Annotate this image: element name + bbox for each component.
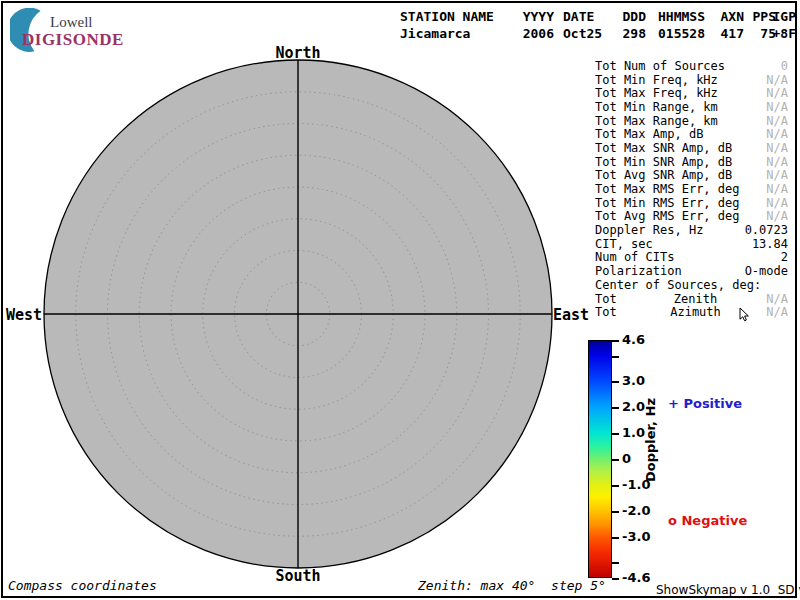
header-label-hhmmss: HHMMSS (658, 9, 708, 24)
colorbar-tick-label: -4.6 (622, 570, 650, 585)
stat-row: Num of CITs2 (595, 251, 788, 265)
stat-value: N/A (766, 209, 788, 223)
stat-value: 2 (781, 250, 788, 264)
stat-label: Center of Sources, deg: (595, 278, 761, 292)
logo-digisonde-text: DIGISONDE (22, 30, 124, 50)
stat-label: Tot (595, 305, 617, 319)
header-value-station: Jicamarca (400, 26, 510, 41)
stat-label: Tot Min Range, km (595, 100, 718, 114)
stat-value: N/A (766, 182, 788, 196)
header-value-hhmmss: 015528 (658, 26, 708, 41)
colorbar-tick (612, 511, 619, 513)
stat-value: N/A (766, 292, 788, 306)
colorbar-tick-label: 0 (622, 451, 631, 466)
stat-value: N/A (766, 305, 788, 319)
stat-value: 0 (781, 59, 788, 73)
stat-label: Tot Num of Sources (595, 59, 725, 73)
colorbar-tick (612, 356, 619, 358)
footer-zenith-range-label: Zenith: max 40° step 5° (418, 578, 606, 593)
stat-row: Tot Min Freq, kHzN/A (595, 73, 788, 87)
stat-value: N/A (766, 127, 788, 141)
stat-row: Tot Max Amp, dBN/A (595, 127, 788, 141)
stat-row: Center of Sources, deg: (595, 278, 788, 292)
stat-value: N/A (766, 114, 788, 128)
stat-label: Tot Avg RMS Err, deg (595, 209, 740, 223)
compass-label-south: South (275, 567, 320, 585)
header-value-axn: 417 (714, 26, 744, 41)
header-label-date: DATE (563, 9, 613, 24)
stat-row: Tot Min SNR Amp, dBN/A (595, 155, 788, 169)
stat-value: 13.84 (752, 237, 788, 251)
stat-value: N/A (766, 196, 788, 210)
stat-mid-label: Azimuth (648, 305, 743, 319)
colorbar-title: Doppler, Hz (643, 398, 658, 482)
colorbar-tick (612, 562, 619, 564)
showskymap-window: Lowell DIGISONDE STATION NAME YYYY DATE … (0, 0, 800, 600)
header-label-axn: AXN (714, 9, 744, 24)
colorbar-tick (612, 578, 619, 580)
colorbar-tick-label: -2.0 (622, 502, 650, 517)
stat-label: Tot Min RMS Err, deg (595, 196, 740, 210)
header-value-date: Oct25 (563, 26, 613, 41)
header-label-yyyy: YYYY (514, 9, 554, 24)
stat-row: Tot Avg SNR Amp, dBN/A (595, 169, 788, 183)
stat-label: Num of CITs (595, 250, 674, 264)
legend-positive: + Positive (668, 396, 742, 411)
stat-row: Tot Max SNR Amp, dBN/A (595, 141, 788, 155)
stat-label: Tot Min Freq, kHz (595, 73, 718, 87)
stat-row: Tot Max RMS Err, degN/A (595, 182, 788, 196)
stat-value: 0.0723 (745, 223, 788, 237)
header-value-yyyy: 2006 (514, 26, 554, 41)
stat-row: Tot Min RMS Err, degN/A (595, 196, 788, 210)
header-value-ddd: 298 (616, 26, 646, 41)
stat-row: Doppler Res, Hz0.0723 (595, 223, 788, 237)
colorbar-tick (612, 485, 619, 487)
compass-label-east: East (553, 306, 589, 324)
stat-value: N/A (766, 86, 788, 100)
cursor-icon (739, 308, 751, 323)
stat-label: Polarization (595, 264, 682, 278)
lowell-digisonde-logo: Lowell DIGISONDE (10, 8, 120, 50)
header-label-ddd: DDD (616, 9, 646, 24)
stat-row: Tot Min Range, kmN/A (595, 100, 788, 114)
stats-panel: Tot Num of Sources0Tot Min Freq, kHzN/AT… (595, 59, 788, 319)
footer-version-label: ShowSkymap v 1.0 SD v 4.2 (656, 583, 800, 597)
stat-row: Tot Max Freq, kHzN/A (595, 86, 788, 100)
stat-label: Tot Max Range, km (595, 114, 718, 128)
stat-mid-label: Zenith (648, 292, 743, 306)
colorbar-gradient (588, 340, 612, 578)
stat-value: N/A (766, 100, 788, 114)
stat-label: Tot Max RMS Err, deg (595, 182, 740, 196)
stat-label: Tot Max Amp, dB (595, 127, 703, 141)
colorbar-tick (612, 381, 619, 383)
stat-label: Tot (595, 292, 617, 306)
header-value-igp: +8F (772, 26, 796, 41)
stat-row: Tot Max Range, kmN/A (595, 114, 788, 128)
stat-value: O-mode (745, 264, 788, 278)
colorbar-tick (612, 537, 619, 539)
legend-negative: o Negative (668, 513, 747, 528)
stat-label: CIT, sec (595, 237, 653, 251)
colorbar-tick (612, 459, 619, 461)
stat-label: Tot Avg SNR Amp, dB (595, 168, 732, 182)
stat-label: Tot Max Freq, kHz (595, 86, 718, 100)
stat-row: PolarizationO-mode (595, 264, 788, 278)
stat-value: N/A (766, 141, 788, 155)
colorbar-tick (612, 340, 619, 342)
stat-row: Tot Num of Sources0 (595, 59, 788, 73)
colorbar-tick-label: 3.0 (622, 373, 645, 388)
stat-value: N/A (766, 73, 788, 87)
stat-label: Doppler Res, Hz (595, 223, 703, 237)
stat-row: CIT, sec13.84 (595, 237, 788, 251)
stat-value: N/A (766, 168, 788, 182)
colorbar-tick (612, 407, 619, 409)
logo-lowell-text: Lowell (50, 14, 93, 31)
skymap-svg (43, 59, 553, 569)
header-label-station: STATION NAME (400, 9, 510, 24)
footer-coordinates-label: Compass coordinates (8, 578, 157, 593)
stat-label: Tot Min SNR Amp, dB (595, 155, 732, 169)
stat-row: TotAzimuthN/A (595, 305, 788, 319)
colorbar-tick-label: -3.0 (622, 528, 650, 543)
stat-value: N/A (766, 155, 788, 169)
colorbar-tick (612, 433, 619, 435)
